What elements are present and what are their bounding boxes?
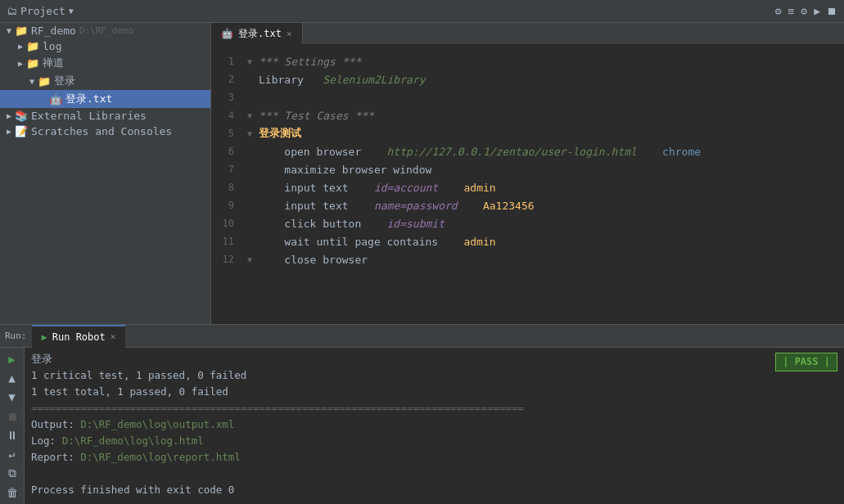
sidebar-item-chandao[interactable]: ▶ 📁 禅道: [0, 54, 210, 72]
tab-close-button[interactable]: ×: [287, 29, 292, 39]
sidebar-item-external-libs[interactable]: ▶ 📚 External Libraries: [0, 108, 210, 124]
run-icon-tab: ▶: [42, 331, 47, 343]
separator-line: ========================================…: [31, 400, 837, 416]
l11-val: admin: [463, 236, 495, 248]
stats-line-2: 1 test total, 1 passed, 0 failed: [31, 384, 837, 400]
settings-icon[interactable]: ⚙: [775, 5, 782, 17]
fold-1[interactable]: ▼: [244, 57, 255, 66]
main-area: ▼ 📁 RF_demo D:\RF_demo ▶ 📁 log ▶ 📁 禅道 ▼ …: [0, 23, 844, 324]
l11-kw: wait until page contains: [284, 236, 438, 248]
code-line-12: 12 ▼ close browser: [211, 250, 844, 268]
hierarchy-icon[interactable]: ≡: [788, 5, 795, 17]
run-robot-tab[interactable]: ▶ Run Robot ×: [32, 325, 126, 348]
l12-kw: close browser: [284, 254, 368, 266]
line-content-1: *** Settings ***: [255, 56, 844, 68]
chandao-label: 禅道: [43, 56, 64, 70]
line-content-12: close browser: [255, 254, 844, 266]
code-line-7: 7 maximize browser window: [211, 160, 844, 178]
scratches-label: Scratches and Consoles: [31, 125, 172, 137]
l10-kw: click button: [284, 218, 361, 230]
l6-sp2: [637, 146, 662, 158]
code-line-6: 6 open browser http://127.0.0.1/zentao/u…: [211, 142, 844, 160]
l12-indent: [259, 254, 284, 266]
arrow-ext-libs: ▶: [3, 111, 15, 120]
line-content-8: input text id=account admin: [255, 182, 844, 194]
report-line: Report: D:\RF_demo\log\report.html: [31, 449, 837, 466]
project-menu[interactable]: 🗂 Project ▼: [7, 5, 74, 17]
arrow-rf-demo: ▼: [3, 26, 15, 35]
line-num-3: 3: [211, 92, 244, 103]
sidebar-item-denglu[interactable]: ▼ 📁 登录: [0, 72, 210, 90]
run-icon[interactable]: ▶: [814, 5, 820, 17]
line-content-4: *** Test Cases ***: [255, 110, 844, 122]
code-line-1: 1 ▼ *** Settings ***: [211, 52, 844, 70]
project-label: Project: [20, 5, 65, 17]
code-editor[interactable]: 1 ▼ *** Settings *** 2 Library Selenium2…: [211, 46, 844, 324]
project-icon: 🗂: [7, 5, 17, 17]
wrap-button[interactable]: ↩: [3, 447, 21, 462]
play-button[interactable]: ▶: [3, 351, 21, 367]
suite-name-line: 登录 | PASS |: [31, 351, 837, 367]
trash-button[interactable]: 🗑: [3, 485, 21, 501]
rf-demo-path: D:\RF_demo: [79, 25, 133, 36]
output-path[interactable]: D:\RF_demo\log\output.xml: [80, 418, 234, 430]
scroll-up-button[interactable]: ▲: [3, 370, 21, 385]
l9-sp2: [458, 200, 483, 212]
fold-5[interactable]: ▼: [244, 129, 255, 138]
sidebar-item-log[interactable]: ▶ 📁 log: [0, 38, 210, 54]
code-line-9: 9 input text name=password Aa123456: [211, 196, 844, 214]
scroll-down-button[interactable]: ▼: [3, 389, 21, 405]
fold-4[interactable]: ▼: [244, 111, 255, 120]
sidebar-item-scratches[interactable]: ▶ 📝 Scratches and Consoles: [0, 124, 210, 139]
ext-libs-label: External Libraries: [31, 110, 147, 122]
sidebar-item-denglu-txt[interactable]: 🤖 登录.txt: [0, 90, 210, 108]
arrow-log: ▶: [15, 42, 26, 51]
pass-text: PASS: [795, 356, 819, 367]
run-label: Run:: [0, 331, 32, 341]
l9-sp1: [349, 200, 374, 212]
line-content-9: input text name=password Aa123456: [255, 200, 844, 212]
l9-kw: input text: [284, 200, 348, 212]
line-num-5: 5: [211, 128, 244, 139]
line-num-7: 7: [211, 164, 244, 175]
line-content-6: open browser http://127.0.0.1/zentao/use…: [255, 146, 844, 158]
l8-sp1: [349, 182, 374, 194]
fold-12[interactable]: ▼: [244, 255, 255, 264]
sidebar-item-rf-demo[interactable]: ▼ 📁 RF_demo D:\RF_demo: [0, 23, 210, 38]
bottom-tab-bar: Run: ▶ Run Robot ×: [0, 325, 844, 348]
sidebar: ▼ 📁 RF_demo D:\RF_demo ▶ 📁 log ▶ 📁 禅道 ▼ …: [0, 23, 211, 324]
top-bar-icons: ⚙ ≡ ⚙ ▶ ⏹: [775, 5, 837, 17]
run-robot-close[interactable]: ×: [111, 331, 116, 342]
dropdown-icon: ▼: [69, 7, 74, 16]
report-path[interactable]: D:\RF_demo\log\report.html: [80, 451, 241, 463]
tab-robot-icon: 🤖: [221, 28, 233, 39]
denglu-label: 登录: [54, 74, 75, 88]
code-line-8: 8 input text id=account admin: [211, 178, 844, 196]
line-content-10: click button id=submit: [255, 218, 844, 230]
l6-kw: open browser: [284, 146, 361, 158]
line-num-10: 10: [211, 218, 244, 229]
l8-val: admin: [464, 182, 496, 194]
l8-kw: input text: [284, 182, 348, 194]
run-output: 登录 | PASS | 1 critical test, 1 passed, 0…: [25, 348, 844, 504]
l2-library: Library: [259, 74, 304, 86]
arrow-denglu: ▼: [26, 77, 38, 86]
l2-libname: Selenium2Library: [323, 74, 425, 86]
editor-tab-denglu[interactable]: 🤖 登录.txt ×: [211, 23, 303, 44]
code-line-11: 11 wait until page contains admin: [211, 232, 844, 250]
pause-button[interactable]: ⏸: [3, 428, 21, 443]
copy-button[interactable]: ⧉: [3, 466, 21, 481]
line-num-4: 4: [211, 110, 244, 121]
gear-icon[interactable]: ⚙: [801, 5, 807, 17]
l6-url: http://127.0.0.1/zentao/user-login.html: [387, 146, 637, 158]
l8-sp2: [438, 182, 463, 194]
stop-icon[interactable]: ⏹: [827, 5, 837, 17]
line1-text: *** Settings ***: [259, 56, 361, 68]
l2-sp: [304, 74, 323, 86]
l8-indent: [259, 182, 284, 194]
log-folder-icon: 📁: [26, 40, 39, 52]
l10-param: id=submit: [387, 218, 445, 230]
l6-indent: [259, 146, 284, 158]
log-path[interactable]: D:\RF_demo\log\log.html: [62, 434, 204, 447]
stop-button[interactable]: ⏹: [3, 408, 21, 424]
